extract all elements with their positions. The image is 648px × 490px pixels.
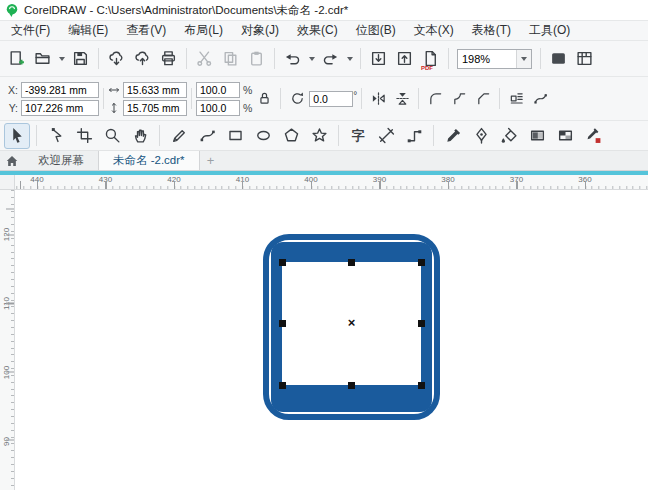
undo-dropdown[interactable] <box>306 46 317 72</box>
paste-button[interactable] <box>244 46 269 72</box>
parallel-dimension-tool-button[interactable] <box>373 123 399 149</box>
fill-tool-button[interactable] <box>496 123 522 149</box>
x-position-input[interactable] <box>21 82 99 98</box>
transparency-tool-button[interactable] <box>552 123 578 149</box>
object-position-group: X: Y: <box>6 82 99 116</box>
zoom-tool-button[interactable] <box>99 123 125 149</box>
object-size-group <box>108 82 187 116</box>
bezier-tool-button[interactable] <box>194 123 220 149</box>
fullscreen-preview-button[interactable] <box>546 46 571 72</box>
eyedropper-tool-button[interactable] <box>440 123 466 149</box>
selection-handle-ne[interactable] <box>418 259 425 266</box>
cut-button[interactable] <box>192 46 217 72</box>
copy-button[interactable] <box>218 46 243 72</box>
menu-layout[interactable]: 布局(L) <box>175 21 232 40</box>
text-tool-button[interactable]: 字 <box>345 123 371 149</box>
undo-button[interactable] <box>280 46 305 72</box>
separator <box>36 125 37 146</box>
horizontal-ruler[interactable]: 440 430 420 410 400 390 380 370 360 <box>15 175 648 190</box>
y-label: Y: <box>6 102 18 114</box>
scale-x-input[interactable] <box>196 82 240 98</box>
document-tab-bar: 欢迎屏幕 未命名 -2.cdr* + <box>0 150 648 170</box>
selection-handle-se[interactable] <box>418 382 425 389</box>
mirror-horizontal-button[interactable] <box>366 87 390 111</box>
workspace: 120 110 100 90 × <box>0 190 648 490</box>
import-button[interactable] <box>366 46 391 72</box>
object-width-input[interactable] <box>123 82 187 98</box>
new-tab-button[interactable]: + <box>200 151 222 170</box>
rotation-angle-input[interactable] <box>309 91 353 107</box>
ruler-label: 370 <box>510 175 523 184</box>
convert-to-curves-button[interactable] <box>528 87 552 111</box>
polygon-tool-button[interactable] <box>278 123 304 149</box>
height-icon <box>108 102 120 114</box>
menu-tools[interactable]: 工具(O) <box>520 21 579 40</box>
ellipse-tool-button[interactable] <box>250 123 276 149</box>
rectangle-tool-button[interactable] <box>222 123 248 149</box>
pan-tool-button[interactable] <box>127 123 153 149</box>
zoom-dropdown[interactable] <box>516 50 531 68</box>
menu-effects[interactable]: 效果(C) <box>288 21 347 40</box>
selection-handle-nw[interactable] <box>279 259 286 266</box>
show-rulers-button[interactable] <box>572 46 597 72</box>
print-button[interactable] <box>156 46 181 72</box>
menu-object[interactable]: 对象(J) <box>232 21 288 40</box>
drawing-canvas[interactable]: × <box>15 190 648 490</box>
selection-handle-s[interactable] <box>348 382 355 389</box>
ruler-origin-corner[interactable] <box>0 175 15 190</box>
y-position-input[interactable] <box>21 100 99 116</box>
ruler-label: 440 <box>30 175 43 184</box>
separator <box>280 88 281 109</box>
menu-file[interactable]: 文件(F) <box>2 21 59 40</box>
round-corner-button[interactable] <box>423 87 447 111</box>
tab-welcome-screen[interactable]: 欢迎屏幕 <box>24 151 98 170</box>
pick-tool-button[interactable] <box>4 123 30 149</box>
selection-handle-w[interactable] <box>279 320 286 327</box>
selection-handle-e[interactable] <box>418 320 425 327</box>
vertical-ruler[interactable]: 120 110 100 90 <box>0 190 15 490</box>
interactive-fill-tool-button[interactable] <box>524 123 550 149</box>
menu-table[interactable]: 表格(T) <box>463 21 520 40</box>
scale-y-input[interactable] <box>196 100 240 116</box>
menu-text[interactable]: 文本(X) <box>405 21 463 40</box>
color-eyedropper-tool-button[interactable] <box>580 123 606 149</box>
mirror-vertical-button[interactable] <box>390 87 414 111</box>
selection-center-mark[interactable]: × <box>344 315 359 330</box>
menu-view[interactable]: 查看(V) <box>117 21 175 40</box>
export-button[interactable] <box>392 46 417 72</box>
save-button[interactable] <box>68 46 93 72</box>
ruler-label: 90 <box>2 432 11 452</box>
save-to-cloud-button[interactable] <box>130 46 155 72</box>
standard-toolbar: PDF <box>0 40 648 76</box>
menu-bitmaps[interactable]: 位图(B) <box>347 21 405 40</box>
shape-tool-button[interactable] <box>43 123 69 149</box>
get-from-cloud-button[interactable] <box>104 46 129 72</box>
common-shapes-tool-button[interactable] <box>306 123 332 149</box>
open-button[interactable] <box>30 46 55 72</box>
connector-tool-button[interactable] <box>401 123 427 149</box>
tab-document[interactable]: 未命名 -2.cdr* <box>98 151 200 170</box>
zoom-level-input[interactable] <box>458 50 516 68</box>
selection-handle-n[interactable] <box>348 259 355 266</box>
separator <box>448 48 449 69</box>
toolbox: 字 <box>0 120 648 150</box>
scalloped-corner-button[interactable] <box>447 87 471 111</box>
lock-ratio-button[interactable] <box>252 87 276 111</box>
ruler-label: 100 <box>2 363 11 383</box>
home-button[interactable] <box>0 151 24 170</box>
chamfered-corner-button[interactable] <box>471 87 495 111</box>
redo-dropdown[interactable] <box>344 46 355 72</box>
object-height-input[interactable] <box>123 100 187 116</box>
wrap-text-button[interactable] <box>504 87 528 111</box>
menu-edit[interactable]: 编辑(E) <box>59 21 117 40</box>
open-dropdown[interactable] <box>56 46 67 72</box>
ruler-label: 360 <box>578 175 591 184</box>
redo-button[interactable] <box>318 46 343 72</box>
selection-handle-sw[interactable] <box>279 382 286 389</box>
crop-tool-button[interactable] <box>71 123 97 149</box>
ruler-label: 420 <box>167 175 180 184</box>
publish-pdf-button[interactable]: PDF <box>418 46 443 72</box>
outline-pen-tool-button[interactable] <box>468 123 494 149</box>
freehand-tool-button[interactable] <box>166 123 192 149</box>
new-document-button[interactable] <box>4 46 29 72</box>
